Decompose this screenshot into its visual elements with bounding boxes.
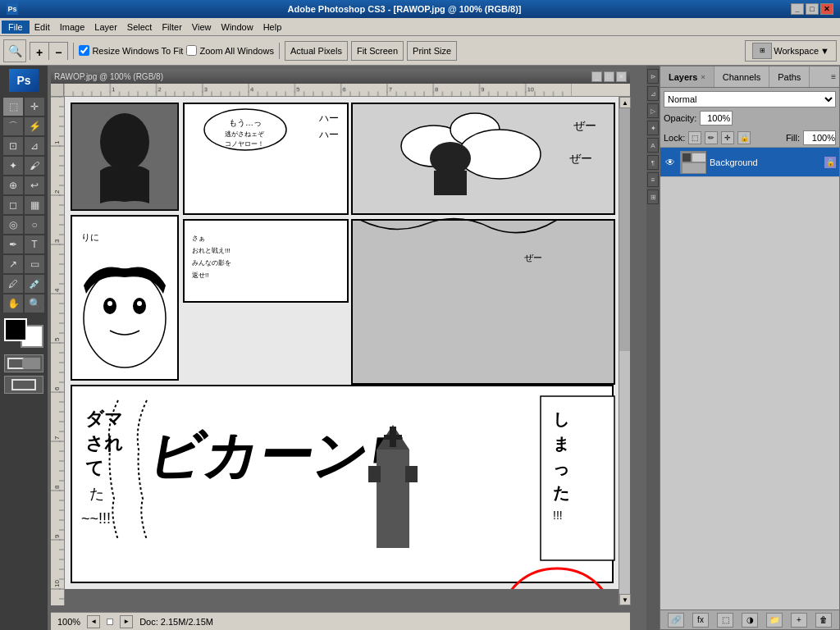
fill-input[interactable] [803,130,836,145]
main-area: Ps ⬚ ✛ ⌒ ⚡ ⊡ ⊿ ✦ 🖌 ⊕ ↩ [0,66,840,630]
layer-fx-button[interactable]: fx [692,613,709,628]
side-tool-1[interactable]: ⊳ [647,69,659,84]
tab-layers[interactable]: Layers × [660,66,714,87]
gradient-tool[interactable]: ▦ [24,195,45,215]
text-tool[interactable]: T [24,235,45,254]
layer-thumbnail [680,151,706,174]
lock-move-button[interactable]: ✛ [721,131,734,144]
layer-adjustment-button[interactable]: ◑ [742,613,758,628]
eyedropper-tool[interactable]: 💉 [24,274,45,294]
side-tool-8[interactable]: ⊞ [647,189,659,204]
side-tool-3[interactable]: ▷ [647,103,659,118]
history-brush-tool[interactable]: ↩ [24,176,45,195]
ps-logo-small: Ps [7,3,18,15]
canvas-maximize-button[interactable]: □ [604,71,614,82]
svg-text:し: し [553,410,569,428]
print-size-button[interactable]: Print Size [407,41,457,61]
screen-mode-btn[interactable] [4,376,43,394]
resize-windows-input[interactable] [79,45,89,56]
layer-link-button[interactable]: 🔗 [668,613,684,628]
lock-all-button[interactable]: 🔒 [737,131,751,144]
menu-item-layer[interactable]: Layer [89,21,122,34]
path-tool[interactable]: ✒ [2,235,24,254]
slice-tool[interactable]: ⊿ [24,136,45,156]
shape-tool[interactable]: ▭ [24,254,45,274]
side-tool-4[interactable]: ✦ [647,121,659,135]
fit-screen-button[interactable]: Fit Screen [351,41,404,61]
workspace-button[interactable]: ⊞ Workspace ▼ [745,40,837,62]
menu-item-view[interactable]: View [187,21,217,34]
zoom-all-checkbox[interactable]: Zoom All Windows [186,45,273,56]
side-tool-7[interactable]: ≡ [647,172,659,187]
opacity-input[interactable] [700,111,733,126]
lasso-tool[interactable]: ⌒ [2,116,24,136]
crop-tool[interactable]: ⊡ [2,136,24,156]
zoom-in-button[interactable]: + [30,43,48,62]
color-swatches[interactable] [4,318,43,348]
scroll-down-button[interactable]: ▼ [619,594,631,605]
resize-windows-checkbox[interactable]: Resize Windows To Fit [79,45,183,56]
nav-right-button[interactable]: ► [120,615,133,628]
menu-item-image[interactable]: Image [55,21,90,34]
scroll-up-button[interactable]: ▲ [619,97,631,108]
canvas-close-button[interactable]: ✕ [616,71,627,82]
magic-wand-tool[interactable]: ⚡ [24,116,45,136]
zoom-out-button[interactable]: − [49,43,67,62]
scroll-track-v[interactable] [619,351,630,594]
lock-brush-button[interactable]: ✏ [705,131,718,144]
zoom-all-input[interactable] [186,45,197,56]
brush-tool[interactable]: 🖌 [24,156,45,176]
dodge-tool[interactable]: ○ [24,215,45,235]
close-button[interactable]: ✕ [820,3,833,15]
image-canvas[interactable]: もう…っ 逃がさねェぞ コノヤロー！ ハー ハー ぜー ぜー [65,97,619,605]
scroll-thumb-v[interactable] [619,108,630,351]
side-tool-2[interactable]: ⊿ [647,86,659,101]
path-select-tool[interactable]: ↗ [2,254,24,274]
zoom-tool[interactable]: 🔍 [24,294,45,313]
zoom-tool-icon[interactable]: 🔍 [3,39,26,62]
menu-item-window[interactable]: Window [217,21,258,34]
svg-rect-51 [384,435,402,440]
layer-visibility-eye[interactable]: 👁 [664,156,677,169]
nav-left-button[interactable]: ◄ [87,615,100,628]
side-tool-5[interactable]: A [647,138,659,153]
layers-options-button[interactable]: ≡ [831,72,839,81]
side-tool-6[interactable]: ¶ [647,155,659,170]
eraser-tool[interactable]: ◻ [2,195,24,215]
svg-text:逃がさねェぞ: 逃がさねェぞ [225,130,265,138]
menu-item-file[interactable]: File [2,21,30,34]
tab-paths[interactable]: Paths [769,66,810,87]
tab-channels[interactable]: Channels [714,66,769,87]
blend-mode-select[interactable]: Normal Multiply Screen [664,91,836,107]
lock-transparent-button[interactable]: ⬚ [688,131,701,144]
notes-tool[interactable]: 🖊 [2,274,24,294]
layer-mask-button[interactable]: ⬚ [717,613,733,628]
toolbar-separator-1 [73,43,74,59]
move-tool[interactable]: ✛ [24,97,45,116]
svg-rect-49 [405,466,418,482]
hand-tool[interactable]: ✋ [2,294,24,313]
maximize-button[interactable]: □ [806,3,819,15]
layer-new-button[interactable]: + [791,613,807,628]
layer-delete-button[interactable]: 🗑 [815,613,832,628]
quick-mask-btn[interactable] [4,354,43,372]
menu-item-filter[interactable]: Filter [157,21,186,34]
minimize-button[interactable]: _ [791,3,804,15]
blur-tool[interactable]: ◎ [2,215,24,235]
healing-tool[interactable]: ✦ [2,156,24,176]
menu-item-edit[interactable]: Edit [30,21,55,34]
actual-pixels-button[interactable]: Actual Pixels [285,41,348,61]
foreground-color-swatch[interactable] [4,318,27,341]
layer-item-background[interactable]: 👁 Background 🔒 [660,148,839,177]
svg-rect-46 [377,450,409,548]
canvas-controls[interactable]: _ □ ✕ [591,71,627,82]
stamp-tool[interactable]: ⊕ [2,176,24,195]
menu-item-help[interactable]: Help [258,21,287,34]
layer-group-button[interactable]: 📁 [766,613,783,628]
titlebar-controls[interactable]: _ □ ✕ [791,3,833,15]
marquee-tool[interactable]: ⬚ [2,97,24,116]
menu-item-select[interactable]: Select [122,21,158,34]
canvas-minimize-button[interactable]: _ [591,71,602,82]
vertical-scrollbar[interactable]: ▲ ▼ [619,97,630,605]
tab-layers-close[interactable]: × [701,73,705,81]
